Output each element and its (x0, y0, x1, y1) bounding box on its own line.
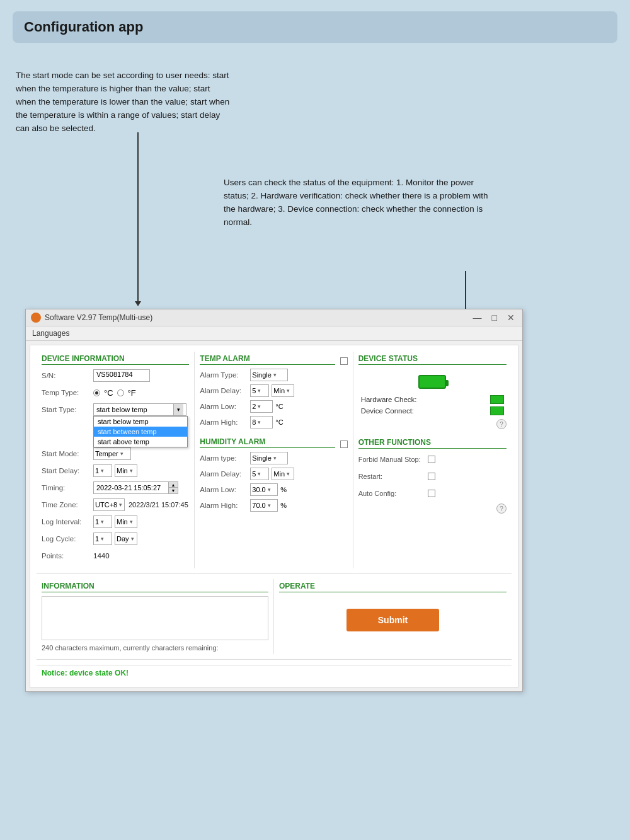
forbid-row: Forbid Manual Stop: (358, 452, 507, 466)
menu-bar[interactable]: Languages (26, 326, 522, 341)
minimize-button[interactable]: — (471, 313, 484, 323)
temp-alarm-delay-value[interactable]: 5 (250, 384, 269, 397)
device-info-section: DEVICE INFORMATION S/N: VS5081784 Temp T… (37, 352, 195, 568)
operate-section: OPERATE Submit (274, 579, 512, 654)
hardware-check-indicator (490, 395, 504, 404)
timing-label: Timing: (42, 484, 93, 492)
sn-row: S/N: VS5081784 (42, 369, 189, 383)
timing-input[interactable] (93, 481, 169, 494)
app-icon (31, 313, 41, 323)
forbid-checkbox[interactable] (428, 456, 435, 463)
dropdown-item-below[interactable]: start below temp (94, 417, 187, 427)
device-status-help: ? (358, 419, 507, 429)
temp-alarm-low-value[interactable]: 2 (250, 400, 273, 413)
help-icon[interactable]: ? (496, 419, 507, 429)
top-three-col: DEVICE INFORMATION S/N: VS5081784 Temp T… (37, 352, 512, 574)
temp-alarm-low-row: Alarm Low: 2 °C (200, 400, 347, 413)
dropdown-item-above[interactable]: start above temp (94, 437, 187, 447)
device-status-title: DEVICE STATUS (358, 354, 507, 365)
hardware-check-row: Hardware Check: (358, 395, 507, 404)
log-cycle-label: Log Cycle: (42, 535, 93, 543)
points-row: Points: 1440 (42, 549, 189, 563)
points-label: Points: (42, 552, 93, 560)
hardware-check-label: Hardware Check: (361, 396, 417, 403)
humidity-alarm-low-value[interactable]: 30.0 (250, 483, 278, 496)
other-functions-help-icon[interactable]: ? (496, 503, 507, 514)
maximize-button[interactable]: □ (490, 313, 500, 323)
humidity-alarm-high-row: Alarm High: 70.0 % (200, 499, 347, 512)
timing-stepper[interactable]: ▲ ▼ (93, 481, 178, 494)
log-cycle-row: Log Cycle: 1 Day (42, 532, 189, 546)
humidity-alarm-header: HUMIDITY ALARM (200, 437, 347, 452)
header-bar: Configuration app (13, 11, 617, 43)
temp-type-label: Temp Type: (42, 389, 93, 396)
timezone-select[interactable]: UTC+8 (93, 498, 125, 511)
radio-celsius[interactable] (93, 389, 100, 396)
dropdown-arrow-btn[interactable]: ▾ (173, 404, 183, 415)
other-functions-title: OTHER FUNCTIONS (358, 438, 507, 449)
dropdown-item-between[interactable]: start between temp (94, 427, 187, 437)
humidity-alarm-type-select[interactable]: Single (250, 452, 288, 464)
temp-alarm-high-value[interactable]: 8 (250, 416, 273, 429)
humidity-alarm-checkbox[interactable] (340, 440, 348, 448)
humidity-alarm-delay-unit[interactable]: Min (272, 468, 294, 480)
close-button[interactable]: ✕ (505, 313, 517, 323)
temp-alarm-type-select[interactable]: Single (250, 369, 288, 381)
log-cycle-unit[interactable]: Day (115, 532, 137, 545)
information-textarea[interactable] (42, 596, 268, 640)
page-title: Configuration app (24, 19, 606, 35)
humidity-alarm-low-label: Alarm Low: (200, 486, 250, 493)
radio-fahrenheit[interactable] (117, 389, 124, 396)
battery-wrap (358, 369, 507, 395)
temp-alarm-high-label: Alarm High: (200, 418, 250, 426)
start-delay-row: Start Delay: 1 Min (42, 464, 189, 478)
start-type-value: start below temp (96, 406, 173, 413)
temp-alarm-header: TEMP ALARM (200, 354, 347, 369)
humidity-alarm-delay-label: Alarm Delay: (200, 470, 250, 478)
submit-button[interactable]: Submit (346, 609, 439, 631)
start-mode-row: Start Mode: Temper (42, 447, 189, 461)
timezone-row: Time Zone: UTC+8 2022/3/21 15:07:45 (42, 498, 189, 512)
temp-alarm-type-row: Alarm Type: Single (200, 369, 347, 381)
start-mode-select[interactable]: Temper (93, 447, 131, 460)
temp-alarm-delay-unit[interactable]: Min (272, 384, 294, 397)
device-status-section: DEVICE STATUS Hardware Check: Device Con… (353, 352, 512, 568)
start-type-label: Start Type: (42, 406, 93, 413)
humidity-alarm-delay-value[interactable]: 5 (250, 468, 269, 480)
window-title: Software V2.97 Temp(Multi-use) (45, 313, 152, 322)
operate-title: OPERATE (279, 582, 507, 592)
start-delay-value[interactable]: 1 (93, 464, 112, 477)
log-interval-row: Log Interval: 1 Min (42, 515, 189, 529)
log-cycle-value[interactable]: 1 (93, 532, 112, 545)
celsius-label: °C (104, 388, 113, 398)
humidity-alarm-high-value[interactable]: 70.0 (250, 499, 278, 512)
humidity-alarm-low-unit: % (280, 486, 287, 493)
start-type-selected[interactable]: start below temp ▾ (93, 403, 186, 416)
window-controls: — □ ✕ (471, 313, 517, 323)
dropdown-list[interactable]: start below temp start between temp star… (93, 416, 188, 447)
start-type-dropdown-wrap[interactable]: start below temp ▾ start below temp star… (93, 403, 186, 416)
temp-alarm-type-label: Alarm Type: (200, 371, 250, 379)
start-delay-unit[interactable]: Min (115, 464, 137, 477)
humidity-alarm-low-row: Alarm Low: 30.0 % (200, 483, 347, 496)
sn-label: S/N: (42, 372, 93, 379)
arrow-left-line (137, 132, 139, 302)
other-functions-section: OTHER FUNCTIONS Forbid Manual Stop: Rest… (358, 438, 507, 514)
timezone-date: 2022/3/21 15:07:45 (129, 501, 188, 509)
timing-up-btn[interactable]: ▲ (169, 482, 178, 488)
humidity-alarm-type-label: Alarm type: (200, 454, 250, 462)
information-section: INFORMATION 240 characters maximum, curr… (37, 579, 274, 654)
log-interval-label: Log Interval: (42, 518, 93, 526)
sn-input[interactable]: VS5081784 (93, 369, 150, 382)
temp-alarm-checkbox[interactable] (340, 357, 348, 365)
timing-down-btn[interactable]: ▼ (169, 488, 178, 493)
humidity-alarm-section: HUMIDITY ALARM Alarm type: Single Alarm … (200, 437, 347, 512)
log-interval-unit[interactable]: Min (115, 515, 137, 528)
start-delay-label: Start Delay: (42, 467, 93, 475)
restart-checkbox[interactable] (428, 473, 435, 480)
title-bar: Software V2.97 Temp(Multi-use) — □ ✕ (26, 309, 522, 326)
auto-config-checkbox[interactable] (428, 490, 435, 497)
humidity-alarm-delay-row: Alarm Delay: 5 Min (200, 468, 347, 480)
log-interval-value[interactable]: 1 (93, 515, 112, 528)
languages-menu[interactable]: Languages (32, 329, 69, 338)
